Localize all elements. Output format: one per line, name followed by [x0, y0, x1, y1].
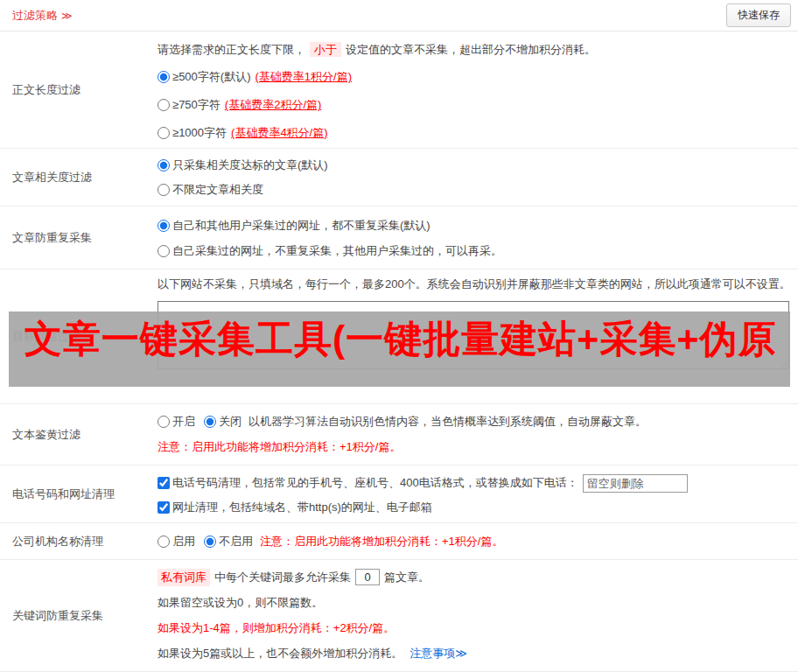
radio-option-750-chars[interactable]: ≥750字符 (基础费率2积分/篇) — [158, 91, 791, 119]
row-porn-filter: 文本鉴黄过滤 开启 关闭 以机器学习算法自动识别色情内容，当色情概率达到系统阈值… — [0, 404, 798, 466]
phone-replace-input[interactable] — [583, 474, 688, 493]
intro-highlight-less-than: 小于 — [310, 42, 341, 57]
page-title-text: 过滤策略 — [12, 8, 58, 24]
radio-org-off[interactable] — [204, 536, 216, 548]
radio-option-500-chars[interactable]: ≥500字符(默认) (基础费率1积分/篇) — [158, 63, 791, 91]
org-cleanup-cost-note: 注意：启用此功能将增加积分消耗：+1积分/篇。 — [260, 534, 503, 550]
checkbox-option-phone-cleanup[interactable]: 电话号码清理，包括常见的手机号、座机号、400电话格式，或替换成如下电话： — [158, 475, 578, 491]
watermark-text: 文章一键采集工具(一键批量建站+采集+伪原 — [9, 316, 777, 361]
row-label-relevance: 文章相关度过滤 — [0, 149, 158, 206]
option-label: 自己和其他用户采集过的网址，都不重复采集(默认) — [172, 218, 430, 234]
keyword-line2: 如果留空或设为0，则不限篇数。 — [158, 590, 791, 615]
option-label: 关闭 — [219, 414, 242, 430]
url-cleanup-checkbox[interactable] — [158, 501, 170, 514]
option-label: ≥750字符 — [172, 97, 220, 113]
keyword-line1-post: 篇文章。 — [384, 570, 430, 585]
watermark-banner: 文章一键采集工具(一键批量建站+采集+伪原 — [9, 312, 790, 387]
radio-option-org-on[interactable]: 启用 — [158, 534, 195, 550]
radio-org-on[interactable] — [158, 536, 170, 548]
row-phone-url-cleanup: 电话号码和网址清理 电话号码清理，包括常见的手机号、座机号、400电话格式，或替… — [0, 466, 798, 523]
keyword-cost-note: 如果设为1-4篇，则增加积分消耗：+2积分/篇。 — [158, 615, 791, 640]
quick-save-button[interactable]: 快速保存 — [726, 4, 791, 27]
radio-porn-off[interactable] — [204, 416, 216, 428]
private-lexicon-link[interactable]: 私有词库 — [158, 569, 210, 586]
option-label: 不启用 — [219, 534, 253, 550]
row-body-length-filter: 正文长度过滤 请选择需求的正文长度下限，小于设定值的文章不采集，超出部分不增加积… — [0, 32, 798, 149]
radio-option-porn-on[interactable]: 开启 — [158, 414, 195, 430]
fee-note-3: (基础费率4积分/篇) — [231, 125, 328, 141]
keyword-line4: 如果设为5篇或以上，也不会额外增加积分消耗。 — [158, 646, 402, 662]
row-dedup-collection: 文章防重复采集 自己和其他用户采集过的网址，都不重复采集(默认) 自己采集过的网… — [0, 206, 798, 270]
radio-500-chars[interactable] — [158, 71, 170, 83]
row-label-body-length: 正文长度过滤 — [0, 32, 158, 148]
option-label: ≥1000字符 — [172, 125, 227, 141]
fee-note-1: (基础费率1积分/篇) — [255, 69, 352, 85]
radio-option-dedup-self-only[interactable]: 自己采集过的网址，不重复采集，其他用户采集过的，可以再采。 — [158, 238, 791, 263]
intro-pre: 请选择需求的正文长度下限， — [158, 43, 305, 56]
page-title[interactable]: 过滤策略 ≫ — [12, 8, 73, 24]
row-label-phone-url: 电话号码和网址清理 — [0, 466, 158, 522]
radio-option-porn-off[interactable]: 关闭 — [204, 414, 242, 430]
radio-relevance-strict[interactable] — [158, 159, 170, 172]
intro-post: 设定值的文章不采集，超出部分不增加积分消耗。 — [346, 43, 596, 56]
checkbox-option-url-cleanup[interactable]: 网址清理，包括纯域名、带http(s)的网址、电子邮箱 — [158, 500, 432, 515]
radio-option-org-off[interactable]: 不启用 — [204, 534, 253, 550]
option-label: 不限定文章相关度 — [172, 182, 263, 198]
option-label: 开启 — [172, 414, 195, 430]
target-site-desc: 以下网站不采集，只填域名，每行一个，最多200个。系统会自动识别并屏蔽那些非文章… — [158, 273, 791, 295]
row-company-name-cleanup: 公司机构名称清理 启用 不启用 注意：启用此功能将增加积分消耗：+1积分/篇。 — [0, 523, 798, 560]
row-label-company-name: 公司机构名称清理 — [0, 523, 158, 559]
radio-dedup-all-users[interactable] — [158, 220, 170, 232]
row-keyword-dedup: 关键词防重复采集 私有词库 中每个关键词最多允许采集 篇文章。 如果留空或设为0… — [0, 560, 798, 672]
option-label: 启用 — [172, 534, 195, 550]
row-label-dedup: 文章防重复采集 — [0, 206, 158, 269]
porn-filter-cost-note: 注意：启用此功能将增加积分消耗：+1积分/篇。 — [158, 434, 791, 459]
body-length-intro: 请选择需求的正文长度下限，小于设定值的文章不采集，超出部分不增加积分消耗。 — [158, 37, 791, 63]
phone-cleanup-checkbox[interactable] — [158, 477, 170, 489]
option-label: 网址清理，包括纯域名、带http(s)的网址、电子邮箱 — [172, 500, 432, 515]
radio-option-relevance-strict[interactable]: 只采集相关度达标的文章(默认) — [158, 153, 791, 178]
radio-option-1000-chars[interactable]: ≥1000字符 (基础费率4积分/篇) — [158, 119, 791, 147]
option-label: 只采集相关度达标的文章(默认) — [172, 158, 328, 173]
notice-link[interactable]: 注意事项≫ — [410, 646, 467, 662]
row-label-keyword-dedup: 关键词防重复采集 — [0, 560, 158, 671]
max-collect-count-input[interactable] — [355, 569, 380, 585]
radio-1000-chars[interactable] — [158, 127, 170, 139]
radio-option-dedup-all-users[interactable]: 自己和其他用户采集过的网址，都不重复采集(默认) — [158, 213, 791, 238]
porn-filter-desc: 以机器学习算法自动识别色情内容，当色情概率达到系统阈值，自动屏蔽文章。 — [248, 414, 647, 430]
option-label: ≥500字符(默认) — [172, 69, 250, 85]
radio-porn-on[interactable] — [158, 416, 170, 428]
row-label-porn-filter: 文本鉴黄过滤 — [0, 404, 158, 465]
radio-dedup-self-only[interactable] — [158, 245, 170, 257]
option-label: 电话号码清理，包括常见的手机号、座机号、400电话格式，或替换成如下电话： — [172, 475, 578, 491]
header: 过滤策略 ≫ 快速保存 — [0, 0, 798, 32]
radio-750-chars[interactable] — [158, 99, 170, 111]
keyword-line1-mid: 中每个关键词最多允许采集 — [214, 570, 351, 585]
filter-strategy-page: 过滤策略 ≫ 快速保存 正文长度过滤 请选择需求的正文长度下限，小于设定值的文章… — [0, 0, 798, 672]
chevron-down-icon: ≫ — [61, 10, 73, 22]
fee-note-2: (基础费率2积分/篇) — [225, 97, 322, 113]
radio-option-relevance-any[interactable]: 不限定文章相关度 — [158, 178, 791, 202]
radio-relevance-any[interactable] — [158, 184, 170, 196]
row-relevance-filter: 文章相关度过滤 只采集相关度达标的文章(默认) 不限定文章相关度 — [0, 149, 798, 206]
option-label: 自己采集过的网址，不重复采集，其他用户采集过的，可以再采。 — [172, 243, 502, 259]
